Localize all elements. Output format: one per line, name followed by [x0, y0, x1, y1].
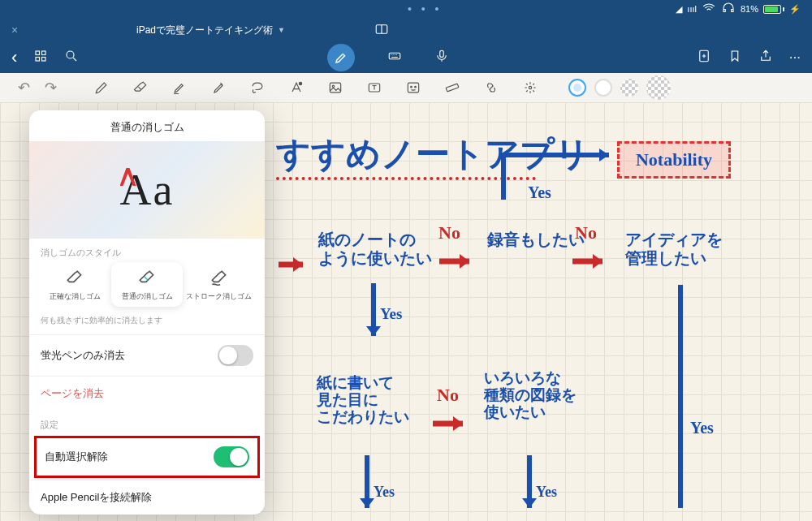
ink-yes-3: Yes	[374, 484, 395, 501]
battery-icon	[763, 5, 784, 14]
pen-mode-button[interactable]	[327, 44, 355, 71]
arrow-top-right	[495, 143, 625, 208]
bookmark-icon[interactable]	[728, 49, 742, 67]
split-view-icon[interactable]	[374, 22, 389, 39]
color-swatch-transparent[interactable]	[620, 79, 638, 97]
svg-rect-3	[36, 57, 40, 61]
ink-yes-4: Yes	[536, 484, 557, 501]
ink-yes-5: Yes	[690, 419, 714, 437]
disconnect-pencil-label: Apple Pencilを接続解除	[41, 490, 152, 505]
tool-text-box[interactable]	[365, 79, 383, 97]
highlighter-only-row[interactable]: 蛍光ペンのみ消去	[29, 334, 265, 376]
signal-icon: ıııl	[687, 4, 697, 14]
eraser-hint: 何も残さずに効率的に消去します	[29, 310, 265, 334]
tool-text-style[interactable]	[287, 79, 305, 97]
arrow-q1	[274, 248, 315, 281]
style-label: 正確な消しゴム	[50, 291, 101, 302]
highlighter-only-toggle[interactable]	[218, 345, 253, 366]
svg-rect-1	[36, 51, 40, 55]
color-swatch-transparent-large[interactable]	[646, 75, 671, 100]
apps-grid-icon[interactable]	[33, 49, 48, 67]
mic-icon[interactable]	[434, 49, 449, 67]
ink-yes-2: Yes	[380, 305, 402, 323]
svg-rect-7	[439, 50, 443, 57]
title-bar: × iPadで完璧ノートテイキング術 ▼	[0, 18, 812, 42]
svg-point-5	[67, 51, 74, 58]
ink-notability: Notability	[636, 149, 712, 170]
tool-image[interactable]	[326, 79, 344, 97]
document-title-dropdown[interactable]: iPadで完璧ノートテイキング術 ▼	[136, 24, 285, 37]
auto-deselect-row[interactable]: 自動選択解除	[37, 438, 257, 476]
undo-button[interactable]: ↶	[18, 79, 30, 97]
eraser-style-normal[interactable]: 普通の消しゴム	[111, 262, 184, 307]
ink-no-1: No	[438, 222, 460, 243]
highlighter-only-label: 蛍光ペンのみ消去	[41, 348, 125, 363]
ink-no-3: No	[437, 385, 459, 406]
ink-notability-box: Notability	[617, 141, 731, 179]
clear-page-button[interactable]: ページを消去	[29, 376, 265, 411]
ink-q5: いろいろな 種類の図録を 使いたい	[484, 370, 577, 421]
svg-rect-10	[330, 83, 340, 93]
svg-rect-13	[408, 83, 418, 93]
popover-title: 普通の消しゴム	[29, 110, 265, 141]
document-title: iPadで完璧ノートテイキング術	[136, 24, 273, 37]
chevron-down-icon: ▼	[278, 26, 285, 34]
ink-q3: アイディアを 管理したい	[625, 230, 723, 268]
search-icon[interactable]	[64, 49, 79, 67]
eraser-settings-popover: 普通の消しゴム Aa 消しゴムのスタイル 正確な消しゴム 普通の消しゴム ストロ…	[29, 110, 265, 515]
more-icon[interactable]: ···	[789, 50, 801, 66]
eraser-preview: Aa	[29, 141, 265, 239]
tool-sticker[interactable]	[404, 79, 422, 97]
style-label: 普通の消しゴム	[122, 291, 173, 302]
ink-q1: 紙のノートの ように使いたい	[318, 230, 432, 268]
auto-deselect-highlight: 自動選択解除	[34, 436, 260, 478]
preview-sample-text: Aa	[120, 165, 175, 215]
eraser-style-options: 正確な消しゴム 普通の消しゴム ストローク消しゴム	[29, 262, 265, 310]
arrow-no-1	[435, 245, 484, 278]
wifi-icon	[702, 1, 716, 17]
share-icon[interactable]	[758, 49, 773, 67]
ink-yes-1: Yes	[528, 183, 551, 202]
headphones-icon	[721, 1, 736, 17]
clear-page-label: ページを消去	[41, 386, 104, 401]
svg-point-17	[529, 86, 531, 88]
tool-lasso[interactable]	[248, 79, 266, 97]
redo-button[interactable]: ↷	[45, 79, 57, 97]
color-swatch-selected[interactable]	[568, 79, 586, 97]
disconnect-pencil-row[interactable]: Apple Pencilを接続解除	[29, 480, 265, 515]
style-label: ストローク消しゴム	[186, 291, 252, 302]
arrow-down-right	[664, 281, 697, 516]
ink-no-2: No	[575, 222, 597, 243]
tool-shape[interactable]	[209, 79, 227, 97]
settings-section-label: 設定	[29, 411, 265, 434]
tool-laser[interactable]	[521, 79, 539, 97]
nav-bar: ‹ ···	[0, 42, 812, 73]
svg-rect-6	[389, 53, 400, 59]
svg-rect-16	[446, 84, 459, 92]
ink-q4: 紙に書いて 見た目に こだわりたい	[317, 375, 409, 426]
back-button[interactable]: ‹	[11, 47, 17, 68]
location-icon: ◢	[676, 4, 682, 15]
svg-point-14	[411, 86, 412, 88]
close-button[interactable]: ×	[11, 24, 31, 37]
keyboard-icon[interactable]	[387, 49, 402, 67]
tool-eraser[interactable]	[132, 79, 149, 97]
tool-link[interactable]	[482, 79, 500, 97]
style-section-label: 消しゴムのスタイル	[29, 239, 265, 262]
svg-point-9	[299, 82, 301, 84]
color-swatch-2[interactable]	[594, 79, 612, 97]
arrow-no-2	[568, 245, 617, 278]
auto-deselect-toggle[interactable]	[214, 446, 249, 467]
arrow-no-3	[429, 407, 477, 440]
eraser-style-precise[interactable]: 正確な消しゴム	[39, 262, 111, 307]
svg-point-15	[415, 86, 417, 88]
eraser-style-stroke[interactable]: ストローク消しゴム	[183, 262, 255, 307]
tool-highlighter[interactable]	[171, 79, 188, 97]
tool-bar: ↶ ↷	[0, 73, 812, 102]
status-handle-icon: • • •	[174, 2, 676, 15]
add-page-icon[interactable]	[697, 49, 711, 67]
tool-pen[interactable]	[93, 79, 110, 97]
tool-ruler[interactable]	[443, 79, 461, 97]
charging-icon: ⚡	[789, 4, 801, 15]
auto-deselect-label: 自動選択解除	[45, 450, 108, 464]
